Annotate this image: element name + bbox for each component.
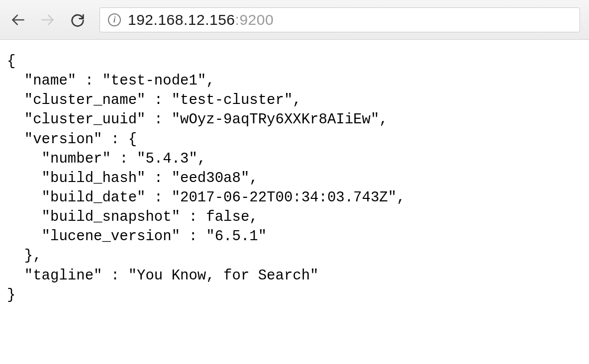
json-cluster-uuid: wOyz-9aqTRy6XXKr8AIiEw: [180, 111, 371, 128]
nav-buttons: [9, 11, 91, 29]
browser-toolbar: i 192.168.12.156:9200: [0, 0, 589, 40]
info-icon[interactable]: i: [108, 13, 121, 26]
url-text: 192.168.12.156:9200: [128, 11, 274, 28]
json-tagline: You Know, for Search: [137, 268, 310, 284]
json-build-snapshot: false: [206, 209, 249, 225]
address-bar[interactable]: i 192.168.12.156:9200: [99, 7, 580, 32]
json-version-number: 5.4.3: [145, 151, 189, 167]
json-lucene-version: 6.5.1: [215, 228, 258, 245]
json-build-hash: eed30a8: [180, 170, 241, 186]
reload-button[interactable]: [69, 11, 87, 29]
json-name: test-node1: [111, 73, 197, 89]
forward-button[interactable]: [39, 11, 57, 29]
reload-icon: [70, 12, 85, 27]
json-build-date: 2017-06-22T00:34:03.743Z: [180, 189, 388, 206]
url-port: :9200: [235, 11, 274, 28]
url-host: 192.168.12.156: [128, 11, 235, 28]
page-content: { "name" : "test-node1", "cluster_name" …: [0, 40, 589, 317]
json-cluster-name: test-cluster: [180, 92, 284, 108]
json-response: { "name" : "test-node1", "cluster_name" …: [7, 52, 582, 305]
arrow-right-icon: [41, 13, 55, 27]
back-button[interactable]: [9, 11, 27, 29]
arrow-left-icon: [11, 13, 25, 27]
